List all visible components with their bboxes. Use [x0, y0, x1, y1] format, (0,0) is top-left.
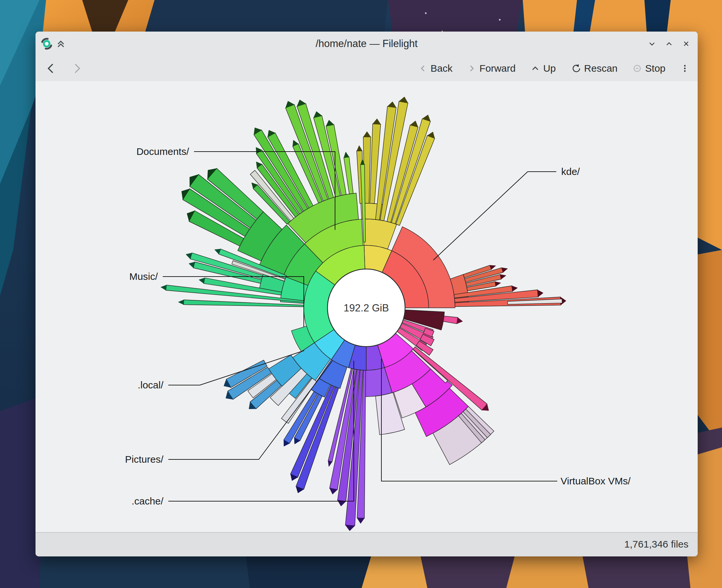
chevron-down-icon: [647, 39, 657, 49]
chart-label-music: Music/: [129, 271, 158, 282]
nav-forward-button[interactable]: [69, 61, 85, 76]
stop-icon: [633, 64, 642, 73]
center-size-label: 192.2 GiB: [344, 302, 389, 314]
forward-arrow-icon: [69, 61, 84, 76]
maximize-button[interactable]: [663, 38, 675, 49]
chart-label-documents: Documents/: [136, 146, 189, 157]
overflow-menu-button[interactable]: [681, 64, 689, 73]
sunburst-segment[interactable]: [443, 316, 458, 324]
close-icon: [681, 39, 691, 49]
segment-arrow-tip: [357, 146, 362, 151]
label-leader-line-kde: [433, 172, 556, 260]
titlebar[interactable]: /home/nate — Filelight: [36, 31, 698, 56]
segment-arrow-tip: [357, 518, 364, 524]
segment-arrow-tip: [373, 119, 381, 124]
radial-map-view: Documents/Music/.local/Pictures/.cache/k…: [36, 81, 698, 533]
sunburst-chart[interactable]: Documents/Music/.local/Pictures/.cache/k…: [36, 81, 698, 533]
back-arrow-icon: [44, 61, 59, 76]
close-button[interactable]: [681, 38, 692, 49]
filelight-window: /home/nate — Filelight: [36, 31, 698, 556]
segment-arrow-tip: [161, 285, 166, 290]
segment-arrow-tip: [328, 461, 332, 467]
statusbar: 1,761,346 files: [36, 532, 698, 556]
segment-arrow-tip: [537, 290, 544, 297]
chart-label-local: .local/: [138, 379, 164, 390]
segment-arrow-tip: [178, 300, 184, 305]
segment-arrow-tip: [387, 102, 396, 107]
segment-arrow-tip: [512, 286, 517, 291]
up-arrow-icon: [531, 64, 540, 73]
forward-button[interactable]: Forward: [468, 63, 515, 74]
segment-arrow-tip: [457, 317, 463, 323]
kebab-menu-icon: [681, 64, 689, 73]
file-count-status: 1,761,346 files: [624, 533, 688, 556]
back-label: Back: [430, 63, 452, 74]
stop-label: Stop: [645, 63, 665, 74]
segment-arrow-tip: [495, 281, 501, 286]
rescan-icon: [571, 63, 581, 74]
forward-label: Forward: [480, 63, 515, 74]
segment-arrow-tip: [199, 278, 205, 284]
segment-arrow-tip: [363, 131, 371, 137]
up-button[interactable]: Up: [531, 63, 556, 74]
nav-back-button[interactable]: [43, 61, 59, 76]
chevron-up-icon: [664, 39, 674, 49]
chart-label-pictures: Pictures/: [125, 454, 164, 465]
back-button[interactable]: Back: [419, 63, 452, 74]
up-label: Up: [543, 63, 556, 74]
chart-label-kde: kde/: [561, 166, 580, 177]
rescan-label: Rescan: [584, 63, 618, 74]
segment-arrow-tip: [344, 152, 349, 158]
chevron-left-icon: [419, 64, 427, 73]
toolbar: Back Forward Up Rescan: [36, 56, 698, 82]
minimize-button[interactable]: [646, 38, 658, 49]
chevron-right-icon: [468, 64, 476, 73]
chart-label-vbox: VirtualBox VMs/: [560, 476, 631, 486]
window-title: /home/nate — Filelight: [36, 31, 698, 56]
chart-label-cache: .cache/: [131, 496, 164, 506]
segment-arrow-tip: [500, 275, 506, 279]
stop-button[interactable]: Stop: [633, 63, 665, 74]
sunburst-segment[interactable]: [363, 219, 397, 249]
segment-arrow-tip: [345, 525, 355, 531]
rescan-button[interactable]: Rescan: [571, 63, 618, 74]
